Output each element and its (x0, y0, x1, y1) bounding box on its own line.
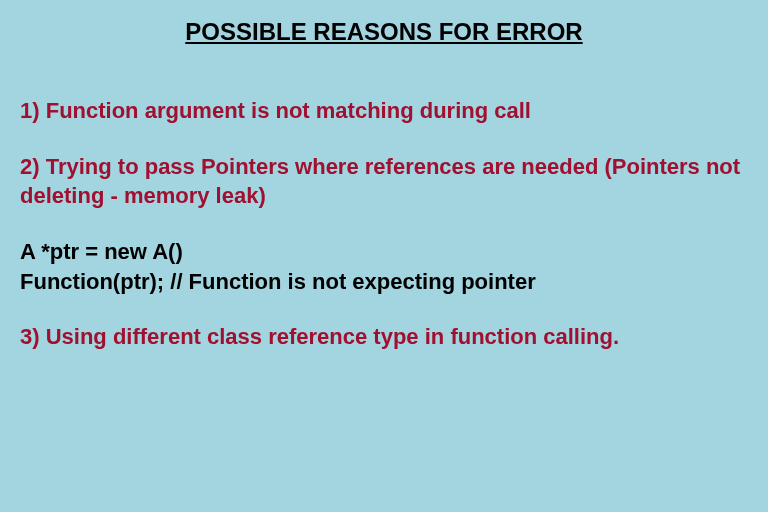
item-text: Trying to pass Pointers where references… (20, 154, 740, 209)
code-line: Function(ptr); // Function is not expect… (20, 267, 748, 297)
list-item: 3) Using different class reference type … (20, 322, 748, 352)
item-number: 3) (20, 324, 40, 349)
list-item: 2) Trying to pass Pointers where referen… (20, 152, 748, 211)
item-number: 1) (20, 98, 40, 123)
code-line: A *ptr = new A() (20, 237, 748, 267)
code-block: A *ptr = new A() Function(ptr); // Funct… (20, 237, 748, 296)
item-text: Function argument is not matching during… (46, 98, 531, 123)
slide-title: POSSIBLE REASONS FOR ERROR (20, 18, 748, 46)
item-text: Using different class reference type in … (46, 324, 619, 349)
item-number: 2) (20, 154, 40, 179)
list-item: 1) Function argument is not matching dur… (20, 96, 748, 126)
slide-container: POSSIBLE REASONS FOR ERROR 1) Function a… (0, 18, 768, 352)
